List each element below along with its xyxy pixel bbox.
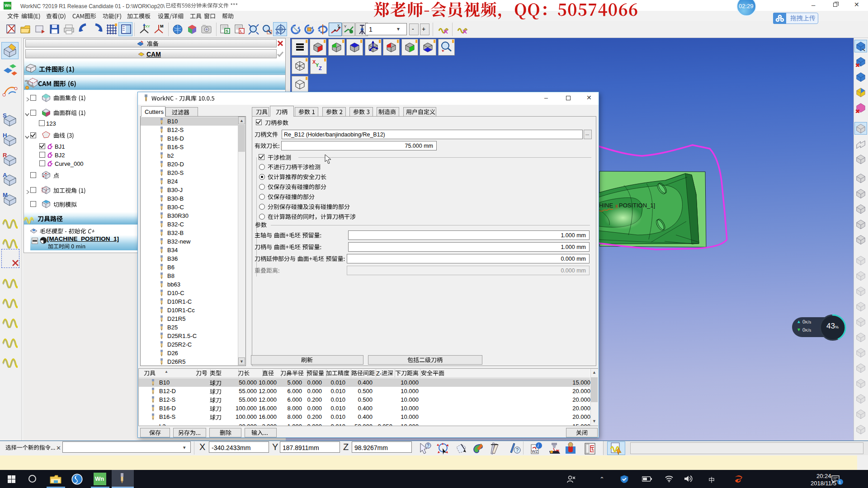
svg-text:D: D — [276, 31, 278, 35]
svg-text:L: L — [240, 29, 243, 33]
svg-text:A: A — [3, 172, 7, 178]
svg-text:Y: Y — [344, 24, 347, 28]
svg-text:S: S — [226, 29, 228, 33]
svg-text:WZ: WZ — [532, 449, 538, 454]
svg-text:?: ? — [516, 447, 519, 453]
svg-text:H: H — [3, 132, 7, 139]
svg-text:R: R — [3, 152, 7, 159]
svg-text:M: M — [160, 24, 164, 28]
svg-text:Z: Z — [319, 66, 322, 71]
svg-text:X: X — [337, 24, 340, 28]
svg-text:S: S — [3, 112, 7, 119]
svg-text:M: M — [3, 192, 8, 198]
svg-text:XY: XY — [145, 24, 150, 28]
svg-text:?: ? — [427, 443, 429, 448]
